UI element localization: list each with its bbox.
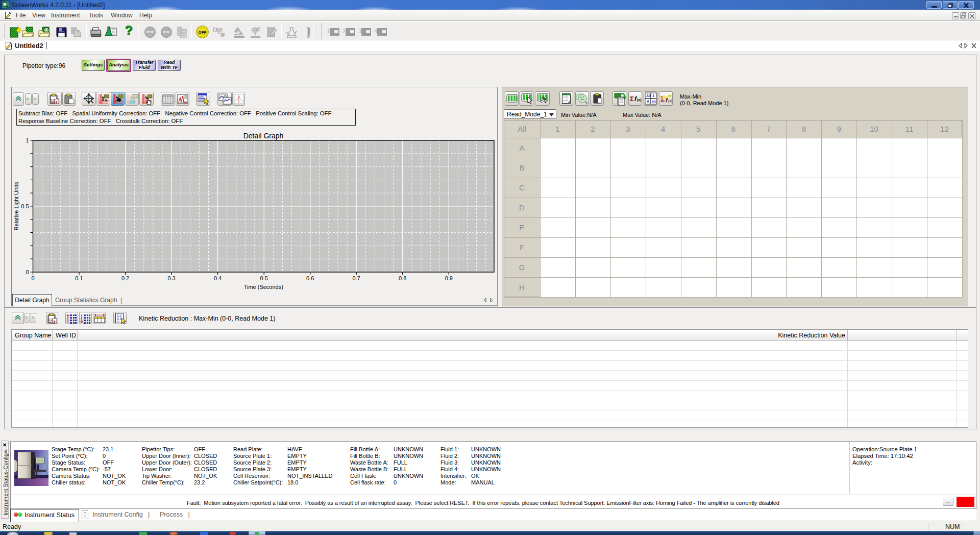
svg-text:0.1: 0.1 [75, 275, 83, 281]
svg-text:All: All [646, 94, 651, 98]
svg-text:(x): (x) [668, 99, 672, 103]
svg-text:0: 0 [31, 275, 34, 281]
svg-text:1: 1 [652, 94, 654, 98]
svg-text:0.5: 0.5 [21, 203, 29, 209]
svg-text:1: 1 [327, 28, 330, 34]
svg-text:0.7: 0.7 [353, 275, 360, 281]
svg-text:4: 4 [374, 28, 377, 34]
svg-text:Time (Seconds): Time (Seconds) [244, 284, 283, 290]
svg-text:0: 0 [26, 269, 29, 275]
svg-text:1: 1 [26, 137, 29, 143]
svg-text:0.8: 0.8 [399, 275, 406, 281]
svg-text:0.3: 0.3 [167, 275, 175, 281]
svg-text:3: 3 [358, 28, 361, 34]
svg-text:Relative Light Units: Relative Light Units [14, 182, 19, 230]
svg-text:A: A [647, 100, 649, 103]
svg-text:0.6: 0.6 [306, 275, 314, 281]
svg-text:0.2: 0.2 [121, 275, 129, 281]
svg-text:0.5: 0.5 [260, 275, 268, 281]
svg-text:2: 2 [342, 28, 346, 34]
svg-text:xx: xx [652, 100, 656, 103]
svg-text:0.4: 0.4 [214, 275, 222, 281]
svg-text:0.9: 0.9 [445, 275, 453, 281]
